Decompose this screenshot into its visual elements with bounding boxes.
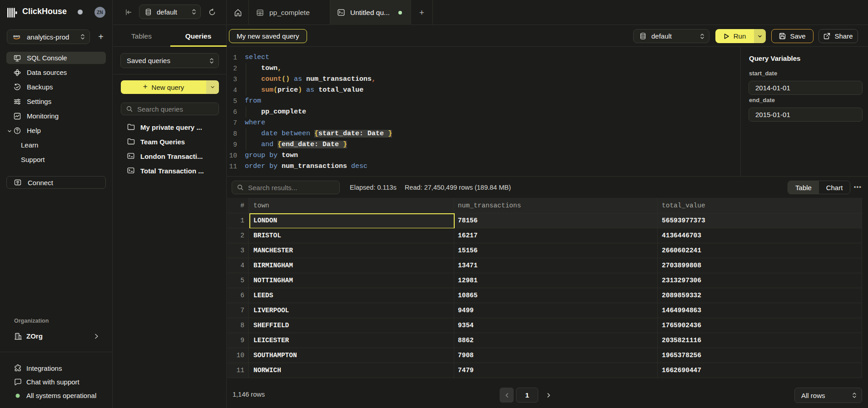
svg-text:aws: aws: [13, 34, 20, 38]
